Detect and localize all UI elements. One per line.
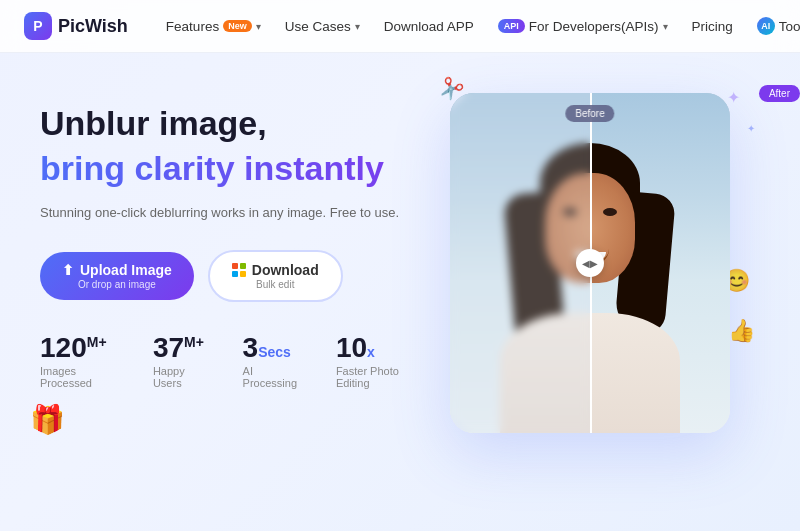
upload-image-button[interactable]: ⬆ Upload Image Or drop an image — [40, 252, 194, 300]
nav-item-features[interactable]: Features New ▾ — [156, 14, 271, 39]
hero-image-demo: ✂️ ✦ ✦ 😊 👍 ★ After — [420, 73, 760, 473]
nav-item-download[interactable]: Download APP — [374, 14, 484, 39]
upload-icon: ⬆ — [62, 262, 74, 278]
stats-row: 120M+ Images Processed 37M+ Happy Users … — [40, 334, 420, 389]
chevron-down-icon: ▾ — [663, 21, 668, 32]
badge-after: After — [759, 85, 800, 102]
nav-item-tools[interactable]: AI Tools — [747, 12, 800, 40]
stat-ai-processing: 3Secs AI Processing — [243, 334, 300, 389]
stat-happy-users: 37M+ Happy Users — [153, 334, 207, 389]
download-sub-label: Bulk edit — [256, 279, 294, 290]
upload-sub-label: Or drop an image — [78, 279, 156, 290]
gift-icon: 🎁 — [30, 403, 65, 436]
thumbsup-icon: 👍 — [728, 318, 755, 344]
chevron-down-icon: ▾ — [355, 21, 360, 32]
badge-before: Before — [565, 105, 614, 122]
stat-images-processed: 120M+ Images Processed — [40, 334, 117, 389]
image-comparison-container: ◀▶ Before — [450, 93, 730, 433]
hero-section: Unblur image, bring clarity instantly St… — [0, 53, 800, 531]
chevron-down-icon: ▾ — [256, 21, 261, 32]
comparison-handle[interactable]: ◀▶ — [576, 249, 604, 277]
stat-faster-editing: 10x Faster Photo Editing — [336, 334, 420, 389]
logo-icon: P — [24, 12, 52, 40]
nav-item-developers[interactable]: API For Developers(APIs) ▾ — [488, 14, 678, 39]
hero-subtitle: Stunning one-click deblurring works in a… — [40, 203, 420, 223]
logo-text: PicWish — [58, 16, 128, 37]
star-decoration-2: ✦ — [747, 123, 755, 134]
blur-overlay — [450, 93, 590, 433]
ai-badge: AI — [757, 17, 775, 35]
demo-image: ◀▶ Before — [450, 93, 730, 433]
windows-icon — [232, 263, 246, 277]
navbar: P PicWish Features New ▾ Use Cases ▾ Dow… — [0, 0, 800, 53]
logo[interactable]: P PicWish — [24, 12, 128, 40]
nav-badge-new: New — [223, 20, 252, 32]
nav-item-usecases[interactable]: Use Cases ▾ — [275, 14, 370, 39]
hero-buttons: ⬆ Upload Image Or drop an image Download… — [40, 250, 420, 302]
hero-title-line1: Unblur image, — [40, 103, 420, 144]
hero-title-line2: bring clarity instantly — [40, 148, 420, 189]
download-button[interactable]: Download Bulk edit — [208, 250, 343, 302]
api-badge: API — [498, 19, 525, 33]
hero-content-left: Unblur image, bring clarity instantly St… — [40, 83, 420, 389]
nav-items: Features New ▾ Use Cases ▾ Download APP … — [156, 12, 800, 40]
nav-item-pricing[interactable]: Pricing — [682, 14, 743, 39]
